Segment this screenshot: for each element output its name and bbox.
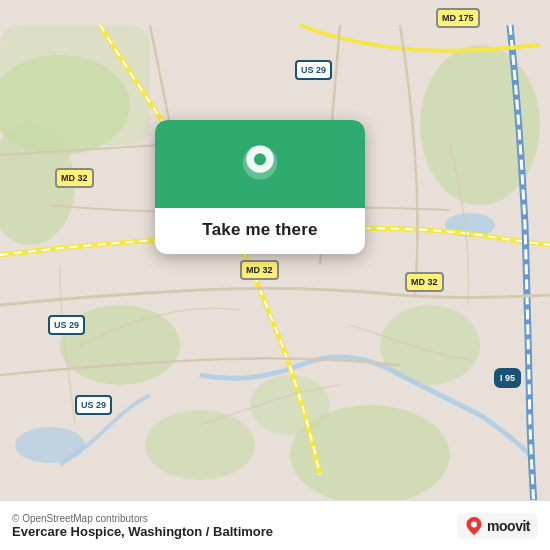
moovit-logo[interactable]: moovit <box>457 513 538 539</box>
road-badge-md32-center: MD 32 <box>240 260 279 280</box>
road-badge-us29-top: US 29 <box>295 60 332 80</box>
svg-point-11 <box>15 427 85 463</box>
road-badge-us29-mid: US 29 <box>48 315 85 335</box>
bottom-bar: © OpenStreetMap contributors Evercare Ho… <box>0 500 550 550</box>
location-popup[interactable]: Take me there <box>155 120 365 254</box>
svg-point-14 <box>254 153 266 165</box>
popup-button[interactable]: Take me there <box>186 208 333 254</box>
moovit-text: moovit <box>487 518 530 534</box>
location-name: Evercare Hospice, Washington / Baltimore <box>12 524 273 539</box>
svg-point-15 <box>471 521 477 527</box>
svg-rect-9 <box>0 25 150 145</box>
road-badge-us29-bot: US 29 <box>75 395 112 415</box>
osm-attribution: © OpenStreetMap contributors <box>12 513 273 524</box>
moovit-pin-icon <box>465 517 483 535</box>
road-badge-md32-left: MD 32 <box>55 168 94 188</box>
location-pin-icon <box>236 142 284 190</box>
bottom-bar-info: © OpenStreetMap contributors Evercare Ho… <box>12 513 273 539</box>
road-badge-i95: I 95 <box>494 368 521 388</box>
road-badge-md175: MD 175 <box>436 8 480 28</box>
popup-icon-area <box>155 120 365 208</box>
road-badge-md32-right: MD 32 <box>405 272 444 292</box>
map-container: MD 175 US 29 MD 32 MD 32 MD 32 US 29 US … <box>0 0 550 550</box>
svg-point-7 <box>145 410 255 480</box>
